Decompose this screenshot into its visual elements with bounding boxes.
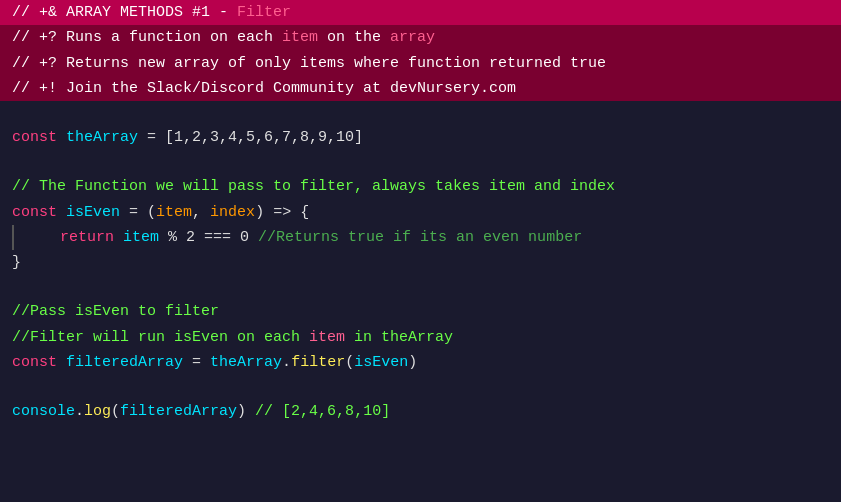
line-2: // +? Runs a function on each item on th… bbox=[0, 25, 841, 50]
code-editor: // +& ARRAY METHODS #1 - Filter // +? Ru… bbox=[0, 0, 841, 502]
line-blank-3 bbox=[0, 275, 841, 299]
line-8: return item % 2 === 0 //Returns true if … bbox=[12, 225, 841, 250]
line-12: const filteredArray = theArray.filter(is… bbox=[0, 350, 841, 375]
line-9: } bbox=[0, 250, 841, 275]
line-11: //Filter will run isEven on each item in… bbox=[0, 325, 841, 350]
line-3: // +? Returns new array of only items wh… bbox=[0, 51, 841, 76]
line-blank-2 bbox=[0, 150, 841, 174]
line-1: // +& ARRAY METHODS #1 - Filter bbox=[0, 0, 841, 25]
line-6: // The Function we will pass to filter, … bbox=[0, 174, 841, 199]
line-blank-4 bbox=[0, 375, 841, 399]
line-4: // +! Join the Slack/Discord Community a… bbox=[0, 76, 841, 101]
line-blank-1 bbox=[0, 101, 841, 125]
line-7: const isEven = (item, index) => { bbox=[0, 200, 841, 225]
line-10: //Pass isEven to filter bbox=[0, 299, 841, 324]
line-5: const theArray = [1,2,3,4,5,6,7,8,9,10] bbox=[0, 125, 841, 150]
line-13: console.log(filteredArray) // [2,4,6,8,1… bbox=[0, 399, 841, 424]
